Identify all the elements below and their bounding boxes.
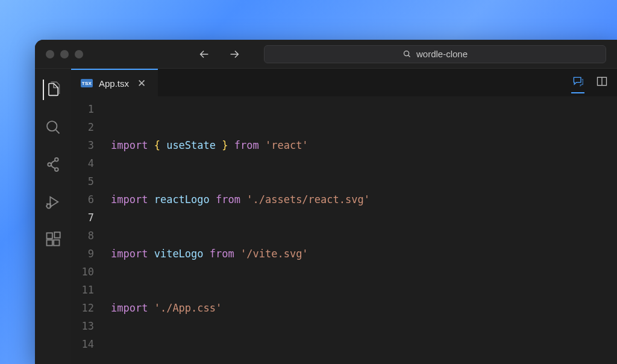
search-icon bbox=[402, 49, 412, 58]
svg-point-0 bbox=[404, 51, 409, 56]
tab-app-tsx[interactable]: TSX App.tsx ✕ bbox=[71, 69, 158, 96]
svg-rect-9 bbox=[54, 232, 60, 237]
nav-arrows bbox=[198, 48, 241, 61]
minimize-window-button[interactable] bbox=[60, 50, 69, 58]
svg-point-1 bbox=[47, 121, 57, 131]
code-editor[interactable]: 1 2 3 4 5 6 7 8 9 10 11 12 13 14 import … bbox=[71, 96, 617, 364]
svg-point-3 bbox=[48, 163, 51, 166]
tab-filename: App.tsx bbox=[99, 78, 129, 89]
source-control-icon[interactable] bbox=[43, 154, 63, 175]
window-controls bbox=[46, 50, 83, 58]
editor-group: TSX App.tsx ✕ 1 2 3 bbox=[71, 69, 617, 364]
explorer-icon[interactable] bbox=[43, 80, 63, 100]
svg-rect-6 bbox=[47, 233, 52, 239]
forward-icon[interactable] bbox=[228, 48, 241, 61]
line-numbers: 1 2 3 4 5 6 7 8 9 10 11 12 13 14 bbox=[71, 100, 106, 364]
titlebar: wordle-clone bbox=[35, 40, 617, 69]
chat-icon[interactable] bbox=[571, 75, 584, 93]
run-debug-icon[interactable] bbox=[43, 192, 63, 212]
code-line: import reactLogo from './assets/react.sv… bbox=[106, 190, 617, 209]
svg-rect-8 bbox=[54, 240, 59, 245]
code-line bbox=[106, 353, 617, 364]
code-line: import { useState } from 'react' bbox=[106, 136, 617, 154]
activity-bar bbox=[35, 69, 71, 364]
app-window: wordle-clone TSX bbox=[35, 40, 617, 364]
tabs-row: TSX App.tsx ✕ bbox=[71, 69, 617, 96]
back-icon[interactable] bbox=[198, 48, 211, 61]
main-area: TSX App.tsx ✕ 1 2 3 bbox=[35, 69, 617, 364]
tsx-file-icon: TSX bbox=[81, 79, 93, 87]
search-activity-icon[interactable] bbox=[43, 117, 63, 137]
maximize-window-button[interactable] bbox=[75, 50, 83, 58]
editor-actions bbox=[571, 69, 609, 96]
command-center[interactable]: wordle-clone bbox=[264, 45, 606, 63]
code-line: import './App.css' bbox=[106, 299, 617, 317]
split-editor-icon[interactable] bbox=[595, 75, 609, 90]
svg-rect-7 bbox=[47, 240, 52, 245]
code-line: import viteLogo from '/vite.svg' bbox=[106, 245, 617, 263]
svg-point-4 bbox=[55, 168, 58, 171]
extensions-icon[interactable] bbox=[43, 229, 63, 249]
search-text: wordle-clone bbox=[416, 49, 468, 59]
code-body[interactable]: import { useState } from 'react' import … bbox=[106, 100, 617, 364]
svg-point-2 bbox=[55, 158, 58, 162]
close-window-button[interactable] bbox=[46, 50, 54, 58]
close-icon[interactable]: ✕ bbox=[135, 77, 148, 90]
